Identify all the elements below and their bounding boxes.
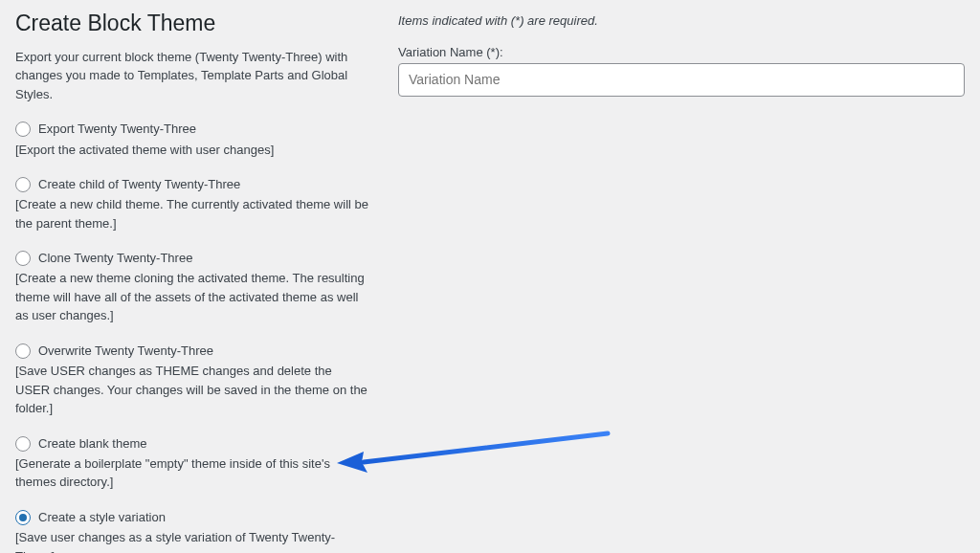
option-clone-desc: [Create a new theme cloning the activate… (15, 269, 369, 325)
option-clone: Clone Twenty Twenty-Three [Create a new … (15, 250, 369, 325)
option-export-row[interactable]: Export Twenty Twenty-Three (15, 121, 369, 138)
radio-overwrite[interactable] (15, 343, 31, 359)
option-style-variation-row[interactable]: Create a style variation (15, 509, 369, 526)
page-title: Create Block Theme (15, 10, 369, 38)
option-blank: Create blank theme [Generate a boilerpla… (15, 435, 369, 492)
intro-text: Export your current block theme (Twenty … (15, 48, 369, 104)
radio-export[interactable] (15, 122, 31, 137)
option-style-variation-desc: [Save user changes as a style variation … (15, 528, 369, 553)
required-note: Items indicated with (*) are required. (398, 13, 965, 28)
option-child-label: Create child of Twenty Twenty-Three (38, 176, 240, 193)
option-blank-label: Create blank theme (38, 435, 146, 453)
option-overwrite-row[interactable]: Overwrite Twenty Twenty-Three (15, 343, 369, 360)
radio-blank[interactable] (15, 436, 31, 452)
option-child: Create child of Twenty Twenty-Three [Cre… (15, 176, 369, 232)
option-clone-label: Clone Twenty Twenty-Three (38, 250, 192, 267)
option-clone-row[interactable]: Clone Twenty Twenty-Three (15, 250, 369, 267)
option-overwrite: Overwrite Twenty Twenty-Three [Save USER… (15, 343, 369, 418)
variation-name-input[interactable] (398, 63, 965, 97)
option-child-row[interactable]: Create child of Twenty Twenty-Three (15, 176, 369, 193)
option-blank-desc: [Generate a boilerplate "empty" theme in… (15, 454, 369, 492)
option-overwrite-label: Overwrite Twenty Twenty-Three (38, 343, 213, 360)
radio-clone[interactable] (15, 251, 31, 266)
variation-name-label: Variation Name (*): (398, 45, 965, 59)
option-child-desc: [Create a new child theme. The currently… (15, 195, 369, 232)
radio-style-variation[interactable] (15, 510, 31, 525)
option-export-label: Export Twenty Twenty-Three (38, 121, 196, 138)
option-export-desc: [Export the activated theme with user ch… (15, 141, 369, 160)
option-overwrite-desc: [Save USER changes as THEME changes and … (15, 362, 369, 418)
option-blank-row[interactable]: Create blank theme (15, 435, 369, 453)
radio-child[interactable] (15, 177, 31, 192)
option-style-variation-label: Create a style variation (38, 509, 166, 526)
option-export: Export Twenty Twenty-Three [Export the a… (15, 121, 369, 159)
option-style-variation: Create a style variation [Save user chan… (15, 509, 369, 553)
